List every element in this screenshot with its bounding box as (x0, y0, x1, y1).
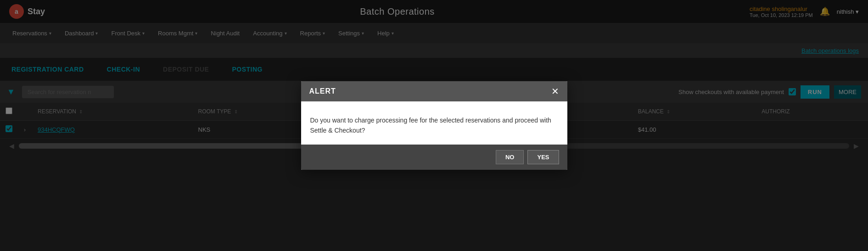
modal-body: Do you want to charge processing fee for… (301, 101, 567, 145)
modal-overlay: ALERT ✕ Do you want to charge processing… (0, 0, 868, 251)
modal-close-button[interactable]: ✕ (551, 87, 559, 96)
modal-footer: NO YES (301, 145, 567, 170)
modal-no-button[interactable]: NO (496, 150, 524, 164)
modal-title: ALERT (309, 87, 336, 95)
modal-message: Do you want to charge processing fee for… (310, 115, 558, 136)
modal-yes-button[interactable]: YES (527, 150, 559, 164)
alert-modal: ALERT ✕ Do you want to charge processing… (301, 81, 567, 170)
modal-header: ALERT ✕ (301, 81, 567, 101)
